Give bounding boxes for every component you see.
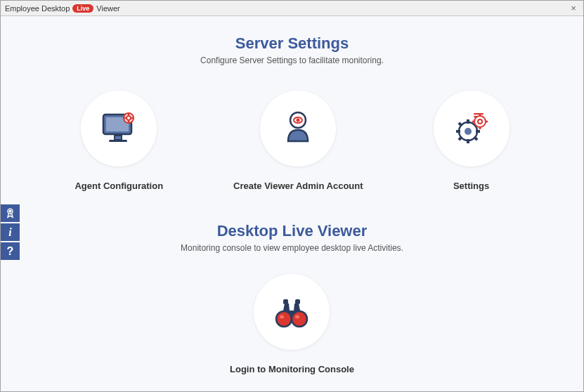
settings-card[interactable]: Settings	[434, 91, 510, 191]
svg-point-27	[474, 116, 486, 127]
login-console-card[interactable]: Login to Monitoring Console	[230, 274, 354, 374]
svg-rect-4	[115, 136, 122, 140]
svg-rect-9	[128, 121, 130, 123]
info-icon[interactable]: i	[1, 223, 20, 241]
admin-user-icon	[260, 91, 336, 166]
app-window: Employee Desktop Live Viewer × i ? Serve…	[0, 0, 584, 392]
monitor-icon	[81, 91, 157, 166]
svg-rect-19	[467, 119, 469, 124]
content-area: i ? Server Settings Configure Server Set…	[1, 16, 583, 391]
svg-point-14	[297, 119, 300, 122]
svg-point-36	[276, 311, 292, 327]
title-post: Viewer	[96, 4, 119, 13]
desktop-viewer-subtitle: Monitoring console to view employee desk…	[181, 243, 403, 253]
svg-rect-15	[474, 113, 484, 115]
server-settings-subtitle: Configure Server Settings to facilitate …	[200, 55, 384, 65]
side-tabs: i ?	[1, 204, 20, 260]
svg-rect-32	[485, 121, 488, 123]
svg-rect-31	[472, 121, 475, 123]
create-admin-card[interactable]: Create Viewer Admin Account	[233, 91, 363, 191]
svg-point-1	[9, 210, 11, 212]
svg-point-18	[465, 128, 472, 135]
title-pre: Employee Desktop	[5, 4, 70, 13]
svg-rect-8	[128, 113, 130, 115]
svg-point-37	[292, 311, 307, 327]
svg-rect-10	[124, 117, 126, 119]
svg-point-38	[280, 315, 284, 319]
svg-rect-34	[295, 299, 300, 304]
svg-rect-30	[479, 126, 481, 129]
ribbon-icon[interactable]	[1, 204, 20, 222]
agent-configuration-card[interactable]: Agent Configuration	[74, 91, 163, 191]
title-bar: Employee Desktop Live Viewer ×	[1, 1, 583, 16]
server-cards-row: Agent Configuration Create Viewer Admin …	[74, 91, 509, 191]
binoculars-icon	[254, 274, 330, 350]
desktop-viewer-title: Desktop Live Viewer	[181, 222, 403, 240]
server-settings-title: Server Settings	[235, 34, 349, 53]
settings-label: Settings	[453, 181, 489, 191]
svg-rect-33	[283, 299, 288, 304]
create-admin-label: Create Viewer Admin Account	[233, 181, 363, 191]
login-console-label: Login to Monitoring Console	[230, 364, 354, 374]
viewer-section: Desktop Live Viewer Monitoring console t…	[181, 222, 403, 253]
svg-rect-21	[456, 130, 460, 133]
svg-rect-5	[109, 140, 127, 142]
svg-point-39	[295, 315, 299, 319]
help-icon[interactable]: ?	[1, 242, 20, 260]
svg-rect-22	[476, 130, 480, 133]
svg-rect-20	[467, 139, 469, 143]
svg-rect-11	[131, 117, 134, 119]
settings-gear-icon	[434, 91, 510, 166]
live-badge: Live	[72, 4, 93, 13]
main-page: Server Settings Configure Server Setting…	[1, 16, 583, 374]
agent-configuration-label: Agent Configuration	[74, 181, 163, 191]
app-title: Employee Desktop Live Viewer	[5, 4, 120, 13]
svg-rect-29	[479, 114, 481, 117]
close-button[interactable]: ×	[568, 3, 579, 13]
